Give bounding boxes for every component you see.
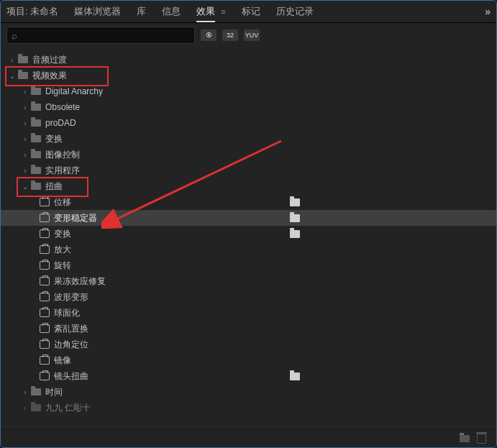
tree-label: 位移 <box>54 196 71 209</box>
panel-tabs: 项目: 未命名 媒体浏览器 库 信息 效果 ≡ 标记 历史记录 » <box>1 1 496 23</box>
tree-label: 紊乱置换 <box>54 323 88 335</box>
tab-history[interactable]: 历史记录 <box>276 5 314 18</box>
search-row: ⌕ ⦿ 32 YUV <box>1 23 496 49</box>
folder-icon <box>31 135 41 142</box>
tree-label: 变形稳定器 <box>54 212 97 224</box>
panel-footer <box>1 429 496 447</box>
chevron-down-icon: ⌄ <box>8 72 17 80</box>
fx-badge-icon[interactable]: ⦿ <box>201 29 216 41</box>
panel-menu-icon[interactable]: ≡ <box>221 7 225 16</box>
folder-icon <box>31 119 41 127</box>
tree-folder-transform[interactable]: › 变换 <box>1 131 496 147</box>
tree-folder-digital-anarchy[interactable]: › Digital Anarchy <box>1 83 496 99</box>
tree-folder-video-effects[interactable]: ⌄ 视频效果 <box>1 68 496 83</box>
effect-transform[interactable]: 变换 <box>1 226 496 242</box>
effect-magnify[interactable]: 放大 <box>1 242 496 257</box>
tree-label: 球面化 <box>54 307 80 319</box>
effect-rolling-shutter[interactable]: 果冻效应修复 <box>1 273 496 289</box>
effect-corner-pin[interactable]: 边角定位 <box>1 337 496 352</box>
chevron-right-icon: › <box>21 388 29 396</box>
effect-icon <box>40 261 50 270</box>
tree-label: 放大 <box>54 244 71 256</box>
tree-label: 变换 <box>54 228 71 240</box>
tree-label: 边角定位 <box>54 339 88 351</box>
tab-project[interactable]: 项目: 未命名 <box>6 5 58 18</box>
tree-label: 九九 仁彫十 <box>45 402 91 414</box>
folder-icon <box>31 151 41 158</box>
tab-effects[interactable]: 效果 <box>196 5 215 22</box>
effect-icon <box>40 198 50 206</box>
tree-folder-obsolete[interactable]: › Obsolete <box>1 99 496 115</box>
folder-icon <box>31 183 41 190</box>
search-input[interactable]: ⌕ <box>6 27 195 44</box>
folder-icon <box>31 404 41 411</box>
tree-label: 实用程序 <box>45 165 80 177</box>
tree-label: 镜头扭曲 <box>54 370 88 383</box>
tree-label: Digital Anarchy <box>45 86 103 96</box>
effects-tree: › 音频过渡 ⌄ 视频效果 › Digital Anarchy › Obsole… <box>1 49 496 435</box>
tree-label: 音频过渡 <box>32 54 67 66</box>
tree-label: 果冻效应修复 <box>54 275 106 288</box>
folder-icon <box>31 388 41 396</box>
tree-folder-utility[interactable]: › 实用程序 <box>1 163 496 178</box>
tree-folder-truncated[interactable]: › 九九 仁彫十 <box>1 400 496 416</box>
effect-icon <box>40 245 50 254</box>
new-bin-icon[interactable] <box>460 435 470 442</box>
effect-icon <box>40 277 50 285</box>
effect-warp-stabilizer[interactable]: 变形稳定器 <box>1 210 496 226</box>
effect-icon <box>40 372 50 380</box>
search-icon: ⌕ <box>12 30 17 41</box>
effect-offset[interactable]: 位移 <box>1 194 496 210</box>
folder-icon <box>31 88 41 95</box>
tree-folder-time[interactable]: › 时间 <box>1 384 496 400</box>
accelerated-badge-icon <box>290 230 300 238</box>
tree-label: Obsolete <box>45 102 80 112</box>
tree-label: 视频效果 <box>32 70 67 82</box>
tab-library[interactable]: 库 <box>137 5 146 18</box>
chevron-right-icon: › <box>8 56 17 64</box>
effect-mirror[interactable]: 镜像 <box>1 352 496 368</box>
tabs-overflow-icon[interactable]: » <box>485 6 491 17</box>
chevron-right-icon: › <box>21 151 29 159</box>
tree-folder-image-control[interactable]: › 图像控制 <box>1 147 496 163</box>
effect-icon <box>40 229 50 238</box>
chevron-right-icon: › <box>21 119 29 127</box>
trash-icon[interactable] <box>477 434 486 444</box>
tree-folder-audio-transitions[interactable]: › 音频过渡 <box>1 52 496 68</box>
accelerated-badge-icon <box>290 198 300 206</box>
effect-icon <box>40 293 50 301</box>
effect-wave-warp[interactable]: 波形变形 <box>1 289 496 305</box>
tree-folder-prodad[interactable]: › proDAD <box>1 115 496 131</box>
chevron-right-icon: › <box>21 104 29 111</box>
effect-twirl[interactable]: 旋转 <box>1 257 496 273</box>
32bit-badge-icon[interactable]: 32 <box>222 29 238 41</box>
chevron-right-icon: › <box>21 404 29 412</box>
tree-label: 镜像 <box>54 355 71 367</box>
tree-label: proDAD <box>45 118 76 128</box>
effect-icon <box>40 340 50 349</box>
chevron-right-icon: › <box>21 88 29 96</box>
effect-icon <box>40 356 50 365</box>
tree-label: 图像控制 <box>45 149 80 161</box>
chevron-right-icon: › <box>21 135 29 143</box>
tree-label: 旋转 <box>54 260 71 272</box>
effect-icon <box>40 214 50 222</box>
tab-media-browser[interactable]: 媒体浏览器 <box>74 5 121 18</box>
tree-label: 变换 <box>45 133 63 145</box>
chevron-down-icon: ⌄ <box>21 183 29 191</box>
tab-info[interactable]: 信息 <box>162 5 181 18</box>
tree-label: 波形变形 <box>54 291 88 303</box>
folder-icon <box>18 56 28 63</box>
tree-label: 扭曲 <box>45 180 63 193</box>
accelerated-badge-icon <box>290 372 300 380</box>
effect-turbulent-displace[interactable]: 紊乱置换 <box>1 321 496 337</box>
effect-spherize[interactable]: 球面化 <box>1 305 496 321</box>
tree-label: 时间 <box>45 386 63 398</box>
tab-markers[interactable]: 标记 <box>242 5 260 18</box>
accelerated-badge-icon <box>290 214 300 222</box>
chevron-right-icon: › <box>21 167 29 175</box>
tree-folder-distort[interactable]: ⌄ 扭曲 <box>1 178 496 194</box>
effect-lens-distortion[interactable]: 镜头扭曲 <box>1 368 496 384</box>
yuv-badge-icon[interactable]: YUV <box>244 29 260 41</box>
effect-icon <box>40 324 50 333</box>
